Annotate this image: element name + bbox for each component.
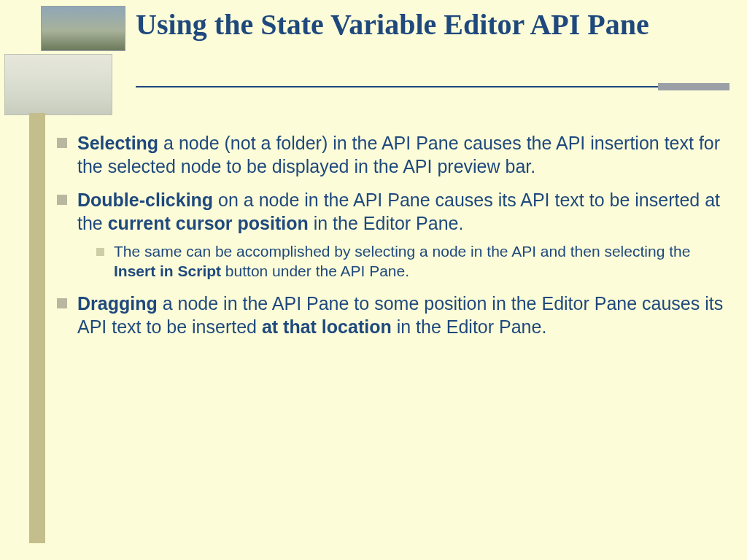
left-vertical-bar <box>29 113 45 543</box>
bullet-text: in the Editor Pane. <box>392 316 547 337</box>
sub-bullet-item: The same can be accomplished by selectin… <box>77 242 724 281</box>
bullet-text: button under the API Pane. <box>221 262 409 279</box>
bullet-text: in the Editor Pane. <box>309 213 464 233</box>
slide-body: Selecting a node (not a folder) in the A… <box>57 131 724 349</box>
slide-title: Using the State Variable Editor API Pane <box>136 9 729 42</box>
title-underline-accent <box>658 83 729 90</box>
bullet-bold: Double-clicking <box>77 190 213 210</box>
header-image-chart <box>4 54 112 115</box>
header-image-dam <box>41 6 125 51</box>
bullet-bold: Insert in Script <box>114 262 221 279</box>
bullet-bold: Selecting <box>77 133 158 153</box>
bullet-text: The same can be accomplished by selectin… <box>114 243 690 260</box>
bullet-bold: Dragging <box>77 293 158 314</box>
bullet-item: Dragging a node in the API Pane to some … <box>57 292 724 338</box>
slide-title-block: Using the State Variable Editor API Pane <box>136 9 729 42</box>
bullet-bold: current cursor position <box>108 213 309 233</box>
bullet-bold: at that location <box>262 316 392 337</box>
title-underline <box>136 86 729 88</box>
bullet-text: a node (not a folder) in the API Pane ca… <box>77 133 720 176</box>
bullet-item: Selecting a node (not a folder) in the A… <box>57 131 724 178</box>
bullet-item: Double-clicking on a node in the API Pan… <box>57 188 724 281</box>
